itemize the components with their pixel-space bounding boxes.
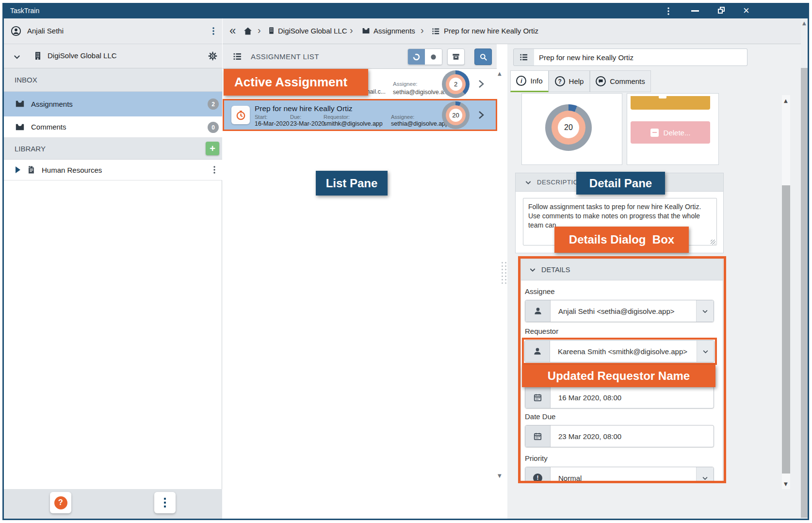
date-due-field-label: Date Due [525,412,555,421]
library-section-header: LIBRARY + [4,138,222,160]
search-button[interactable] [474,49,492,65]
process-doc-icon [26,164,36,175]
help-button[interactable]: ? [50,492,71,513]
inbox-tray-icon [361,27,371,35]
chevron-down-icon[interactable] [696,300,714,322]
row-start-value: 16-Mar-2020 [255,120,290,127]
row-title: Prep for new hire Keally Ortiz [255,104,353,113]
info-icon: i [516,76,526,86]
assignment-row-active[interactable]: Prep for new hire Keally Ortiz Start: 16… [223,100,497,131]
sidebar-item-comments[interactable]: Comments 0 [4,116,222,138]
delete-button[interactable]: Delete... [631,121,710,144]
scroll-down-arrow[interactable]: ▼ [498,473,502,478]
dots-vertical-icon [163,496,167,509]
breadcrumb-section[interactable]: Assignments [374,27,415,35]
building-icon [267,26,276,35]
minimize-button[interactable] [691,10,699,12]
priority-select[interactable]: ! Normal [525,467,714,482]
hr-menu-icon[interactable] [211,164,218,175]
help-icon: ? [555,76,565,86]
tab-label: Help [569,77,584,85]
chevron-down-icon[interactable] [13,52,21,61]
requestor-value: Kareena Smith <smithk@digisolve.app> [550,341,697,362]
gear-icon[interactable] [208,51,218,61]
priority-value: Normal [551,467,696,482]
archive-box-icon [452,52,460,61]
tab-label: Info [530,77,542,85]
collapse-sidebar-icon[interactable]: « [229,24,236,37]
details-header[interactable]: DETAILS [521,259,723,280]
scroll-down-arrow[interactable]: ▼ [784,481,788,487]
row-assignee-label: Assignee: [391,114,414,120]
scroll-up-arrow[interactable]: ▲ [498,71,502,76]
scroll-up-arrow[interactable]: ▲ [784,98,788,103]
assignment-title-input[interactable] [534,49,747,66]
window-titlebar: TaskTrain × [2,3,809,18]
row-assignee-label: Assignee: [393,81,418,87]
chevron-right-icon[interactable] [475,78,487,90]
tab-help[interactable]: ? Help [549,70,590,92]
expand-triangle-icon[interactable] [15,166,21,174]
date-due-value: 23 Mar 2020, 08:00 [551,425,714,447]
archive-action-button[interactable] [631,96,710,110]
sidebar-item-label: Assignments [31,100,73,108]
sidebar-item-label: Human Resources [42,166,102,174]
chevron-down-icon[interactable] [697,341,714,362]
sidebar-menu-button[interactable] [154,492,176,513]
priority-field-clip: ! Normal [525,467,714,482]
archive-button[interactable] [447,49,465,65]
details-dialog-callout: Details Dialog Box [554,227,689,253]
priority-icon: ! [525,467,551,482]
window-title: TaskTrain [10,7,39,15]
view-closed-circle-button[interactable] [425,49,442,65]
clock-icon [235,110,246,121]
list-pane-callout: List Pane [316,171,388,196]
date-start-field[interactable]: 16 Mar 2020, 08:00 [525,386,714,409]
details-header-label: DETAILS [541,266,570,274]
pane-splitter-handle[interactable] [502,262,506,284]
close-button[interactable]: × [743,3,749,18]
chevron-down-icon [529,266,536,274]
detail-list-button[interactable] [513,49,535,66]
detail-scrollbar-thumb[interactable] [782,185,790,474]
chevron-right-icon[interactable] [475,109,487,121]
progress-donut: 20 [442,101,470,129]
restore-button[interactable] [718,7,725,14]
home-icon[interactable] [243,26,253,36]
list-icon [431,27,440,36]
date-start-value: 16 Mar 2020, 08:00 [551,387,714,408]
requestor-field-label: Requestor [525,327,558,335]
titlebar-menu-icon[interactable] [665,6,672,16]
row-due-value: 23-Mar-2020 [290,120,325,127]
scroll-up-arrow[interactable]: ▲ [802,20,806,26]
sidebar-footer [4,489,222,519]
add-library-button[interactable]: + [206,142,219,155]
breadcrumb-org[interactable]: DigiSolve Global LLC [278,27,347,35]
callout-label: Updated Requestor Name [548,369,690,383]
requestor-select[interactable]: Kareena Smith <smithk@digisolve.app> [524,340,715,362]
sidebar-item-human-resources[interactable]: Human Resources [4,160,222,180]
assignee-value: Anjali Sethi <sethia@digisolve.app> [551,300,696,322]
tab-info[interactable]: i Info [510,70,549,92]
window-scrollbar-thumb[interactable] [801,68,809,518]
assignments-badge: 2 [208,98,219,110]
detail-pane-callout: Detail Pane [576,172,665,195]
date-due-field[interactable]: 23 Mar 2020, 08:00 [525,425,714,447]
list-pane-title: ASSIGNMENT LIST [251,52,319,61]
org-row[interactable]: DigiSolve Global LLC [4,44,222,68]
calendar-icon [525,425,551,447]
user-menu-icon[interactable] [210,25,217,37]
assignment-type-icon [231,106,250,124]
assignment-progress-donut: 20 [545,104,592,151]
user-row[interactable]: Anjali Sethi [4,18,222,44]
sidebar-item-assignments[interactable]: Assignments 2 [4,92,222,116]
chevron-down-icon[interactable] [696,467,714,482]
tab-comments[interactable]: Comments [590,70,651,92]
org-name: DigiSolve Global LLC [48,51,117,60]
updated-requestor-callout: Updated Requestor Name [522,365,715,387]
tab-label: Comments [610,77,645,85]
row-due-label: Due: [290,114,301,120]
assignee-select[interactable]: Anjali Sethi <sethia@digisolve.app> [525,300,714,322]
view-open-ring-button[interactable] [408,49,425,65]
textarea-resize-handle[interactable] [711,240,715,245]
